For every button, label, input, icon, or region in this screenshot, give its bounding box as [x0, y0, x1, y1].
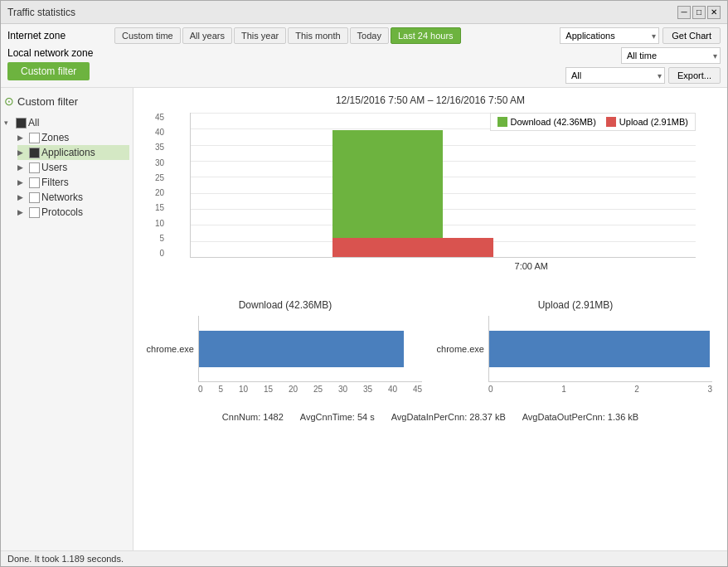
zones-row[interactable]: ▶ Zones: [17, 130, 129, 145]
protocols-row[interactable]: ▶ Protocols: [17, 205, 129, 220]
dl-x10: 10: [239, 385, 248, 394]
chart-legend: Download (42.36MB) Upload (2.91MB): [490, 113, 696, 131]
y-label-0: 0: [160, 249, 165, 258]
all-checkbox[interactable]: [16, 118, 27, 128]
dl-x20: 20: [289, 385, 298, 394]
local-network-zone-label: Local network zone: [7, 47, 111, 59]
ul-x0: 0: [488, 385, 493, 394]
maximize-button[interactable]: □: [692, 6, 706, 19]
users-row[interactable]: ▶ Users: [17, 160, 129, 175]
download-legend-label: Download (42.36MB): [511, 117, 596, 127]
upload-legend-label: Upload (2.91MB): [619, 117, 688, 127]
zones-checkbox[interactable]: [29, 133, 40, 143]
toolbar: Internet zone Custom time All years This…: [1, 24, 727, 88]
window-title: Traffic statistics: [7, 7, 75, 18]
tree-all-item: ▾ All ▶ Zones ▶ Applications: [4, 114, 129, 220]
download-legend-color: [497, 117, 507, 127]
y-label-15: 15: [155, 203, 164, 212]
networks-checkbox[interactable]: [29, 192, 40, 203]
internet-zone-label: Internet zone: [7, 30, 111, 41]
download-section: Download (42.36MB) chrome.exe 0 5 10 15: [140, 299, 430, 399]
all-row: All Export...: [565, 67, 721, 84]
get-chart-button[interactable]: Get Chart: [662, 27, 721, 44]
protocols-checkbox[interactable]: [29, 207, 40, 218]
ul-x1: 1: [561, 385, 566, 394]
upload-horiz-chart: chrome.exe 0 1 2 3: [488, 316, 712, 399]
dl-x35: 35: [363, 385, 372, 394]
zone-section: Internet zone Custom time All years This…: [7, 27, 461, 80]
minimize-button[interactable]: ─: [677, 6, 691, 19]
tree-children: ▶ Zones ▶ Applications ▶ Users: [17, 130, 129, 220]
download-horiz-chart: chrome.exe 0 5 10 15 20 25 30 35 40: [198, 316, 422, 399]
users-expand-icon: ▶: [17, 163, 27, 172]
users-label: Users: [41, 162, 67, 173]
grid-line-3: [191, 161, 696, 162]
main-content: ⊙ Custom filter ▾ All ▶ Zones: [1, 88, 727, 550]
close-button[interactable]: ✕: [707, 6, 721, 19]
bottom-charts: Download (42.36MB) chrome.exe 0 5 10 15: [140, 299, 721, 399]
filters-expand-icon: ▶: [17, 178, 27, 187]
right-controls: Applications Get Chart All time: [560, 27, 721, 84]
applications-expand-icon: ▶: [17, 148, 27, 157]
all-years-btn[interactable]: All years: [182, 27, 232, 44]
avg-data-out: AvgDataOutPerCnn: 1.36 kB: [522, 412, 638, 422]
y-label-45: 45: [155, 113, 164, 122]
custom-filter-button[interactable]: Custom filter: [7, 62, 90, 80]
tree-all-row[interactable]: ▾ All: [4, 115, 129, 130]
applications-dropdown-wrap: Applications: [560, 27, 659, 44]
all-expand-icon: ▾: [4, 119, 14, 127]
y-label-5: 5: [160, 234, 165, 243]
this-year-btn[interactable]: This year: [234, 27, 286, 44]
today-btn[interactable]: Today: [350, 27, 389, 44]
networks-label: Networks: [41, 191, 83, 203]
grid-line-4: [191, 177, 696, 177]
alltime-row: All time: [621, 47, 721, 64]
upload-bar: [332, 238, 494, 257]
this-month-btn[interactable]: This month: [288, 27, 347, 44]
dl-x40: 40: [388, 385, 397, 394]
all-label: All: [28, 117, 39, 128]
alltime-dropdown[interactable]: All time: [621, 47, 721, 64]
grid-line-5: [191, 193, 696, 194]
export-button[interactable]: Export...: [668, 67, 721, 84]
sidebar-header[interactable]: ⊙ Custom filter: [4, 94, 129, 108]
grid-line-2: [191, 145, 696, 146]
filters-checkbox[interactable]: [29, 177, 40, 188]
sidebar: ⊙ Custom filter ▾ All ▶ Zones: [1, 88, 133, 550]
download-legend-item: Download (42.36MB): [497, 117, 596, 127]
users-checkbox[interactable]: [29, 162, 40, 173]
y-label-10: 10: [155, 219, 164, 228]
protocols-expand-icon: ▶: [17, 208, 27, 216]
last-24-hours-btn[interactable]: Last 24 hours: [391, 27, 461, 44]
avg-cnn-time: AvgCnnTime: 54 s: [300, 412, 375, 422]
applications-row[interactable]: ▶ Applications: [17, 145, 129, 160]
all-dropdown[interactable]: All: [565, 67, 665, 84]
filters-row[interactable]: ▶ Filters: [17, 175, 129, 190]
collapse-icon: ⊙: [4, 94, 14, 108]
x-axis-label: 7:00 AM: [367, 261, 696, 271]
upload-section-title: Upload (2.91MB): [430, 299, 721, 311]
upload-x-axis: 0 1 2 3: [488, 385, 712, 394]
applications-dropdown[interactable]: Applications: [560, 27, 659, 44]
status-text: Done. It took 1.189 seconds.: [7, 554, 124, 564]
applications-checkbox[interactable]: [29, 148, 40, 158]
grid-line-7: [191, 225, 696, 225]
networks-row[interactable]: ▶ Networks: [17, 190, 129, 205]
local-network-zone-row: Local network zone: [7, 47, 461, 59]
download-chrome-label: chrome.exe: [147, 344, 199, 354]
chart-area: 12/15/2016 7:50 AM – 12/16/2016 7:50 AM …: [133, 88, 727, 550]
upload-horiz-bar: [489, 331, 710, 367]
cnn-num: CnnNum: 1482: [222, 412, 284, 422]
y-label-20: 20: [155, 188, 164, 197]
window-controls: ─ □ ✕: [677, 6, 721, 19]
chart-date-range: 12/15/2016 7:50 AM – 12/16/2016 7:50 AM: [140, 94, 721, 106]
all-dropdown-wrap: All: [565, 67, 665, 84]
alltime-dropdown-wrap: All time: [621, 47, 721, 64]
download-section-title: Download (42.36MB): [140, 299, 430, 311]
upload-legend-item: Upload (2.91MB): [606, 117, 688, 127]
download-horiz-bar: [199, 331, 404, 367]
custom-time-btn[interactable]: Custom time: [114, 27, 181, 44]
dl-x15: 15: [264, 385, 273, 394]
dl-x5: 5: [218, 385, 223, 394]
upload-chart-container: chrome.exe: [488, 316, 712, 382]
